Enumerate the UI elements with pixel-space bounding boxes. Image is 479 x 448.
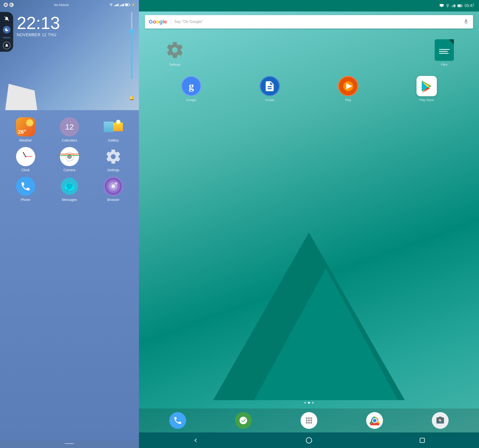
recents-button[interactable] [418,435,427,445]
svg-point-32 [310,422,312,424]
apps-row-bottom: g Google Create Pl [145,76,473,102]
phone-label: Phone [20,198,30,202]
app-item-gallery[interactable]: Gallery [93,117,134,142]
app-item-messages[interactable]: Messages [49,177,90,202]
battery-status-icon [458,4,463,7]
app-item-clock[interactable]: Clock [5,147,46,172]
app-item-settings-right[interactable]: Settings [164,39,186,66]
google-g-letter: g [189,80,194,92]
dock-item-camera[interactable] [432,412,449,429]
svg-point-24 [306,417,308,419]
browser-svg [104,177,123,196]
app-item-phone[interactable]: Phone [5,177,46,202]
dock-item-chrome[interactable] [366,412,383,429]
svg-rect-5 [125,4,128,6]
bell-off-icon[interactable] [2,14,11,23]
lock-clock-display: 22:13 NOVEMBER 12 THU [17,14,60,37]
play-store-label: Play Store [419,98,434,102]
home-button[interactable] [304,435,314,445]
slider-handle[interactable] [130,29,134,33]
bell-panel-icon[interactable] [3,42,11,49]
app-item-browser[interactable]: Browser [93,177,134,202]
app-item-play-store[interactable]: Play Store [417,76,437,102]
page-dot-2-active [308,402,310,404]
dock-phone-svg [173,416,182,425]
svg-point-26 [310,417,312,419]
svg-point-27 [306,420,308,422]
page-indicator [139,402,479,404]
message-status-icon [440,4,444,7]
settings-icon-left [104,147,123,166]
gallery-label: Gallery [108,138,119,142]
left-phone: No Disturb ⚡ [0,0,139,448]
app-item-create[interactable]: Create [259,76,280,102]
messages-svg [60,177,79,196]
play-store-icon [417,76,437,96]
calendars-label: Calendars [62,138,77,142]
svg-point-14 [115,182,117,184]
create-icon [259,76,280,96]
app-item-google[interactable]: g Google [181,76,201,102]
lock-time: 22:13 [17,14,60,32]
dock-item-phone[interactable] [169,412,186,429]
phone-icon [16,177,35,196]
files-lines [439,49,450,54]
calendar-day: 12 [60,117,79,137]
google-label: Google [186,98,196,102]
nav-bar [139,432,479,448]
dock-item-hangouts[interactable] [235,412,252,429]
camera-icon [60,147,79,166]
app-item-settings[interactable]: Settings [93,147,134,172]
svg-point-13 [111,184,115,188]
svg-rect-40 [420,438,425,442]
back-button[interactable] [191,435,200,445]
app-item-camera[interactable]: Camera [49,147,90,172]
status-bar-right: 03:47 [139,0,479,12]
dock-apps-svg [304,416,313,425]
weather-temp: 26° [18,129,26,135]
svg-point-2 [111,6,111,6]
svg-rect-21 [462,5,462,6]
files-label: Files [441,63,447,66]
app-item-calendars[interactable]: 12 Calendars [49,117,90,142]
ok-google-text[interactable]: Say "Ok Google" [174,20,460,24]
lock-screen: No Disturb ⚡ [0,0,139,110]
calendar-icon: 12 [60,117,79,137]
brightness-slider[interactable]: 🔔 [129,12,134,93]
weather-label: Weather [19,138,32,142]
status-icons-right: 03:47 [440,4,474,8]
search-bar-container[interactable]: Google Say "Ok Google" [139,12,479,32]
dock-phone-icon [169,412,186,429]
file-line-2 [439,51,448,52]
dock [139,408,479,432]
app-item-weather[interactable]: 26° Weather [5,117,46,142]
sun-decoration [26,119,33,126]
app-item-files[interactable]: Files [435,39,454,66]
apps-area: Settings Files g Go [139,32,479,397]
side-notification-panel[interactable]: NoDistu [0,12,13,52]
play-svg [342,80,354,92]
dock-camera-icon [432,412,449,429]
svg-rect-18 [454,5,454,7]
camera-inner [67,154,72,159]
google-search-bar[interactable]: Google Say "Ok Google" [145,15,473,28]
svg-rect-19 [455,4,455,7]
page-dot-1 [304,402,306,404]
clock-center-dot [25,156,26,157]
dock-item-apps[interactable] [300,412,317,429]
svg-point-39 [306,437,312,443]
clock-label: Clock [21,168,30,172]
mic-icon[interactable] [463,19,469,25]
signal-status-icon [452,4,456,7]
moon-icon [9,3,14,7]
apps-row-top: Settings Files [145,39,473,66]
svg-rect-17 [453,5,453,7]
settings-gear-svg-right [165,40,184,60]
right-phone: 03:47 Google Say "Ok Google" [139,0,479,448]
browser-label: Browser [107,198,120,202]
svg-point-36 [373,419,376,422]
moon-panel-icon[interactable] [3,26,11,33]
play-store-svg [420,79,433,93]
svg-point-15 [447,7,448,7]
app-item-play[interactable]: Play [338,76,358,102]
